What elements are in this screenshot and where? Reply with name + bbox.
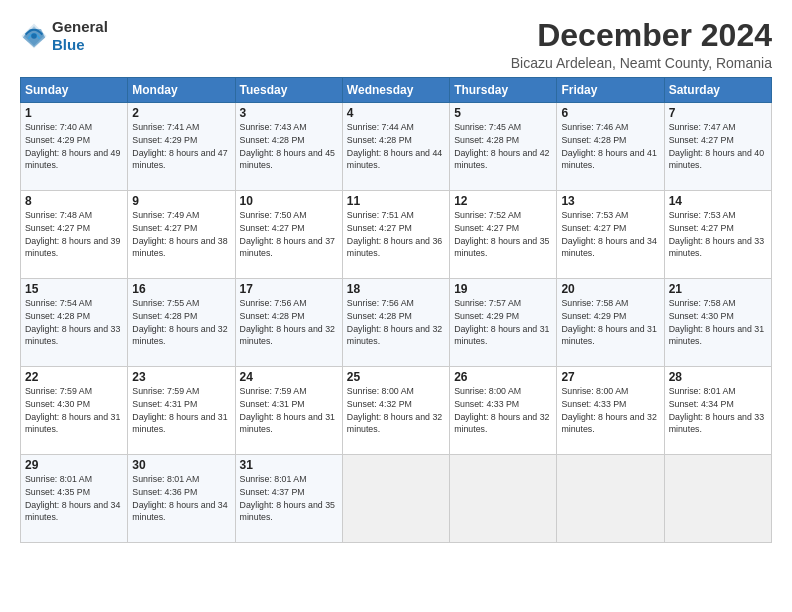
- day-number: 26: [454, 370, 552, 384]
- table-row: 30Sunrise: 8:01 AMSunset: 4:36 PMDayligh…: [128, 455, 235, 543]
- day-info: Sunrise: 7:58 AMSunset: 4:30 PMDaylight:…: [669, 297, 767, 348]
- day-number: 7: [669, 106, 767, 120]
- day-info: Sunrise: 8:01 AMSunset: 4:34 PMDaylight:…: [669, 385, 767, 436]
- day-info: Sunrise: 7:59 AMSunset: 4:31 PMDaylight:…: [240, 385, 338, 436]
- calendar-header: Sunday Monday Tuesday Wednesday Thursday…: [21, 78, 772, 103]
- table-row: 18Sunrise: 7:56 AMSunset: 4:28 PMDayligh…: [342, 279, 449, 367]
- day-number: 15: [25, 282, 123, 296]
- page: General Blue December 2024 Bicazu Ardele…: [0, 0, 792, 612]
- day-number: 14: [669, 194, 767, 208]
- table-row: 29Sunrise: 8:01 AMSunset: 4:35 PMDayligh…: [21, 455, 128, 543]
- day-number: 4: [347, 106, 445, 120]
- table-row: 20Sunrise: 7:58 AMSunset: 4:29 PMDayligh…: [557, 279, 664, 367]
- table-row: 12Sunrise: 7:52 AMSunset: 4:27 PMDayligh…: [450, 191, 557, 279]
- table-row: [342, 455, 449, 543]
- day-info: Sunrise: 7:51 AMSunset: 4:27 PMDaylight:…: [347, 209, 445, 260]
- title-block: December 2024 Bicazu Ardelean, Neamt Cou…: [511, 18, 772, 71]
- calendar-week-3: 15Sunrise: 7:54 AMSunset: 4:28 PMDayligh…: [21, 279, 772, 367]
- table-row: 1Sunrise: 7:40 AMSunset: 4:29 PMDaylight…: [21, 103, 128, 191]
- day-number: 31: [240, 458, 338, 472]
- table-row: 26Sunrise: 8:00 AMSunset: 4:33 PMDayligh…: [450, 367, 557, 455]
- day-number: 22: [25, 370, 123, 384]
- table-row: 4Sunrise: 7:44 AMSunset: 4:28 PMDaylight…: [342, 103, 449, 191]
- day-info: Sunrise: 7:59 AMSunset: 4:30 PMDaylight:…: [25, 385, 123, 436]
- day-number: 21: [669, 282, 767, 296]
- day-info: Sunrise: 7:50 AMSunset: 4:27 PMDaylight:…: [240, 209, 338, 260]
- day-info: Sunrise: 7:40 AMSunset: 4:29 PMDaylight:…: [25, 121, 123, 172]
- day-info: Sunrise: 8:01 AMSunset: 4:35 PMDaylight:…: [25, 473, 123, 524]
- day-info: Sunrise: 7:57 AMSunset: 4:29 PMDaylight:…: [454, 297, 552, 348]
- col-wednesday: Wednesday: [342, 78, 449, 103]
- day-number: 11: [347, 194, 445, 208]
- day-info: Sunrise: 7:49 AMSunset: 4:27 PMDaylight:…: [132, 209, 230, 260]
- calendar-week-5: 29Sunrise: 8:01 AMSunset: 4:35 PMDayligh…: [21, 455, 772, 543]
- table-row: 17Sunrise: 7:56 AMSunset: 4:28 PMDayligh…: [235, 279, 342, 367]
- day-info: Sunrise: 7:56 AMSunset: 4:28 PMDaylight:…: [240, 297, 338, 348]
- day-number: 16: [132, 282, 230, 296]
- logo-blue: Blue: [52, 36, 108, 54]
- day-number: 10: [240, 194, 338, 208]
- calendar-week-4: 22Sunrise: 7:59 AMSunset: 4:30 PMDayligh…: [21, 367, 772, 455]
- day-info: Sunrise: 7:54 AMSunset: 4:28 PMDaylight:…: [25, 297, 123, 348]
- table-row: 25Sunrise: 8:00 AMSunset: 4:32 PMDayligh…: [342, 367, 449, 455]
- svg-point-3: [31, 33, 37, 39]
- logo: General Blue: [20, 18, 108, 54]
- table-row: 21Sunrise: 7:58 AMSunset: 4:30 PMDayligh…: [664, 279, 771, 367]
- table-row: 16Sunrise: 7:55 AMSunset: 4:28 PMDayligh…: [128, 279, 235, 367]
- day-info: Sunrise: 7:53 AMSunset: 4:27 PMDaylight:…: [561, 209, 659, 260]
- col-saturday: Saturday: [664, 78, 771, 103]
- month-title: December 2024: [511, 18, 772, 53]
- day-number: 23: [132, 370, 230, 384]
- col-sunday: Sunday: [21, 78, 128, 103]
- day-number: 19: [454, 282, 552, 296]
- col-tuesday: Tuesday: [235, 78, 342, 103]
- day-info: Sunrise: 7:48 AMSunset: 4:27 PMDaylight:…: [25, 209, 123, 260]
- day-info: Sunrise: 7:41 AMSunset: 4:29 PMDaylight:…: [132, 121, 230, 172]
- table-row: 8Sunrise: 7:48 AMSunset: 4:27 PMDaylight…: [21, 191, 128, 279]
- day-info: Sunrise: 8:01 AMSunset: 4:37 PMDaylight:…: [240, 473, 338, 524]
- day-number: 2: [132, 106, 230, 120]
- table-row: 22Sunrise: 7:59 AMSunset: 4:30 PMDayligh…: [21, 367, 128, 455]
- col-thursday: Thursday: [450, 78, 557, 103]
- table-row: 9Sunrise: 7:49 AMSunset: 4:27 PMDaylight…: [128, 191, 235, 279]
- table-row: [557, 455, 664, 543]
- table-row: 3Sunrise: 7:43 AMSunset: 4:28 PMDaylight…: [235, 103, 342, 191]
- day-info: Sunrise: 7:59 AMSunset: 4:31 PMDaylight:…: [132, 385, 230, 436]
- day-info: Sunrise: 7:53 AMSunset: 4:27 PMDaylight:…: [669, 209, 767, 260]
- location-subtitle: Bicazu Ardelean, Neamt County, Romania: [511, 55, 772, 71]
- table-row: 24Sunrise: 7:59 AMSunset: 4:31 PMDayligh…: [235, 367, 342, 455]
- table-row: [450, 455, 557, 543]
- table-row: 27Sunrise: 8:00 AMSunset: 4:33 PMDayligh…: [557, 367, 664, 455]
- day-info: Sunrise: 7:58 AMSunset: 4:29 PMDaylight:…: [561, 297, 659, 348]
- day-number: 25: [347, 370, 445, 384]
- logo-general: General: [52, 18, 108, 36]
- day-number: 17: [240, 282, 338, 296]
- day-number: 30: [132, 458, 230, 472]
- day-info: Sunrise: 8:01 AMSunset: 4:36 PMDaylight:…: [132, 473, 230, 524]
- table-row: 28Sunrise: 8:01 AMSunset: 4:34 PMDayligh…: [664, 367, 771, 455]
- day-number: 8: [25, 194, 123, 208]
- table-row: 5Sunrise: 7:45 AMSunset: 4:28 PMDaylight…: [450, 103, 557, 191]
- day-number: 24: [240, 370, 338, 384]
- day-info: Sunrise: 7:46 AMSunset: 4:28 PMDaylight:…: [561, 121, 659, 172]
- table-row: 15Sunrise: 7:54 AMSunset: 4:28 PMDayligh…: [21, 279, 128, 367]
- day-number: 1: [25, 106, 123, 120]
- day-info: Sunrise: 7:44 AMSunset: 4:28 PMDaylight:…: [347, 121, 445, 172]
- logo-icon: [20, 22, 48, 50]
- day-info: Sunrise: 8:00 AMSunset: 4:32 PMDaylight:…: [347, 385, 445, 436]
- table-row: 11Sunrise: 7:51 AMSunset: 4:27 PMDayligh…: [342, 191, 449, 279]
- table-row: 23Sunrise: 7:59 AMSunset: 4:31 PMDayligh…: [128, 367, 235, 455]
- day-info: Sunrise: 7:56 AMSunset: 4:28 PMDaylight:…: [347, 297, 445, 348]
- day-info: Sunrise: 7:45 AMSunset: 4:28 PMDaylight:…: [454, 121, 552, 172]
- table-row: 14Sunrise: 7:53 AMSunset: 4:27 PMDayligh…: [664, 191, 771, 279]
- day-number: 13: [561, 194, 659, 208]
- table-row: 7Sunrise: 7:47 AMSunset: 4:27 PMDaylight…: [664, 103, 771, 191]
- day-info: Sunrise: 8:00 AMSunset: 4:33 PMDaylight:…: [561, 385, 659, 436]
- calendar-week-1: 1Sunrise: 7:40 AMSunset: 4:29 PMDaylight…: [21, 103, 772, 191]
- day-number: 20: [561, 282, 659, 296]
- table-row: 10Sunrise: 7:50 AMSunset: 4:27 PMDayligh…: [235, 191, 342, 279]
- header: General Blue December 2024 Bicazu Ardele…: [20, 18, 772, 71]
- day-info: Sunrise: 7:55 AMSunset: 4:28 PMDaylight:…: [132, 297, 230, 348]
- day-number: 9: [132, 194, 230, 208]
- calendar-week-2: 8Sunrise: 7:48 AMSunset: 4:27 PMDaylight…: [21, 191, 772, 279]
